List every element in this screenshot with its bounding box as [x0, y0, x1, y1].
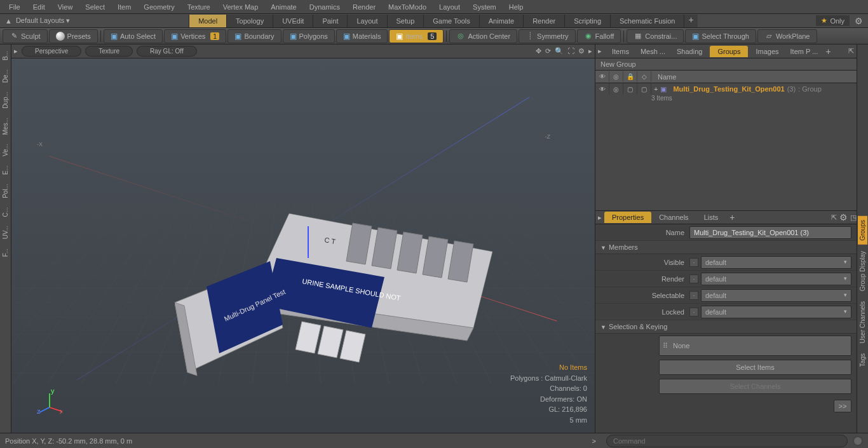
sculpt-button[interactable]: ✎Sculpt — [3, 29, 48, 43]
menu-select[interactable]: Select — [79, 1, 111, 13]
record-button[interactable] — [853, 436, 863, 446]
tab-channels[interactable]: Channels — [651, 212, 696, 223]
menu-texture[interactable]: Texture — [181, 1, 217, 13]
row-select-toggle[interactable]: ▢ — [637, 83, 651, 95]
rail-groups[interactable]: Groups — [858, 216, 867, 245]
polygons-button[interactable]: ▣Polygons — [283, 29, 335, 43]
menu-view[interactable]: View — [51, 1, 79, 13]
viewport-tab-raygl[interactable]: Ray GL: Off — [137, 46, 197, 57]
gear-icon[interactable]: ⚙ — [578, 47, 585, 55]
layout-tab-animate[interactable]: Animate — [479, 15, 523, 27]
rail-group-display[interactable]: Group Display — [858, 247, 867, 295]
rotate-icon[interactable]: ⟳ — [545, 47, 551, 55]
layout-dropdown[interactable]: Default Layouts ▾ — [16, 17, 71, 25]
materials-button[interactable]: ▣Materials — [336, 29, 388, 43]
action-center-button[interactable]: ◎Action Center — [449, 29, 517, 43]
gear-icon[interactable]: ⚙ — [839, 212, 848, 222]
expand-icon[interactable]: + — [651, 85, 660, 93]
tab-groups[interactable]: Groups — [710, 46, 748, 57]
layout-tab-topology[interactable]: Topology — [226, 15, 273, 27]
menu-file[interactable]: File — [3, 1, 27, 13]
expand-button[interactable]: >> — [834, 400, 851, 412]
layout-tab-setup[interactable]: Setup — [387, 15, 424, 27]
viewport-tab-perspective[interactable]: Perspective — [22, 46, 81, 57]
command-input[interactable] — [606, 435, 848, 447]
col-target-icon[interactable]: ◎ — [609, 71, 623, 82]
channel-box[interactable]: · — [689, 308, 698, 316]
col-select-icon[interactable]: ◇ — [637, 71, 651, 82]
menu-arrow-icon[interactable]: ▸ — [588, 47, 592, 55]
viewport-collapse-icon[interactable]: ▸ — [14, 47, 18, 55]
new-group-button[interactable]: New Group — [595, 58, 857, 71]
menu-maxtomodo[interactable]: MaxToModo — [382, 1, 433, 13]
rail-tags[interactable]: Tags — [858, 350, 867, 370]
menu-geometry[interactable]: Geometry — [137, 1, 180, 13]
restore-icon[interactable]: ⇱ — [831, 214, 837, 222]
panel-collapse-icon[interactable]: ▸ — [598, 214, 602, 222]
tab-itemp[interactable]: Item P ... — [787, 46, 822, 57]
row-visibility-toggle[interactable]: 👁 — [595, 83, 609, 95]
layout-tab-scripting[interactable]: Scripting — [564, 15, 610, 27]
menu-vertexmap[interactable]: Vertex Map — [217, 1, 265, 13]
layout-tab-model[interactable]: Model — [189, 15, 226, 27]
rail-user-channels[interactable]: User Channels — [858, 297, 867, 347]
viewport-tab-texture[interactable]: Texture — [85, 46, 133, 57]
zoom-icon[interactable]: 🔍 — [555, 47, 564, 55]
col-lock-icon[interactable]: 🔒 — [623, 71, 637, 82]
items-button[interactable]: ▣Items5 — [389, 29, 444, 43]
falloff-button[interactable]: ◉Falloff — [577, 29, 621, 43]
rail-item[interactable]: Pol... — [1, 180, 10, 202]
rail-item[interactable]: Ve... — [1, 140, 10, 160]
channel-box[interactable]: · — [689, 275, 698, 283]
row-lock-toggle[interactable]: ▢ — [623, 83, 637, 95]
tab-add[interactable]: + — [726, 212, 738, 222]
selectable-dropdown[interactable]: default▾ — [701, 289, 851, 302]
menu-item[interactable]: Item — [111, 1, 137, 13]
tab-lists[interactable]: Lists — [696, 212, 726, 223]
name-input[interactable] — [689, 226, 851, 239]
tab-items[interactable]: Items — [604, 46, 637, 57]
menu-render[interactable]: Render — [346, 1, 382, 13]
menu-help[interactable]: Help — [503, 1, 530, 13]
layout-tab-paint[interactable]: Paint — [313, 15, 347, 27]
item-name[interactable]: Multi_Drug_Testing_Kit_Open001 — [667, 85, 784, 93]
menu-dynamics[interactable]: Dynamics — [303, 1, 346, 13]
menu-system[interactable]: System — [466, 1, 503, 13]
layout-collapse-icon[interactable]: ▲ — [5, 17, 12, 25]
only-button[interactable]: ★Only — [816, 15, 850, 26]
select-channels-button[interactable]: Select Channels — [659, 379, 851, 394]
constraints-button[interactable]: ▦Constrai... — [627, 29, 684, 43]
locked-dropdown[interactable]: default▾ — [701, 306, 851, 318]
rail-item[interactable]: De... — [1, 65, 10, 86]
layout-tab-add[interactable]: + — [684, 15, 697, 27]
col-visibility-icon[interactable]: 👁 — [595, 71, 609, 82]
section-members[interactable]: ▼Members — [595, 241, 857, 254]
layout-tab-uvedit[interactable]: UVEdit — [273, 15, 313, 27]
boundary-button[interactable]: ▣Boundary — [227, 29, 281, 43]
select-items-button[interactable]: Select Items — [659, 360, 851, 375]
none-button[interactable]: ⠿None — [659, 336, 851, 356]
col-name-header[interactable]: Name — [651, 73, 676, 81]
panel-collapse-icon[interactable]: ▸ — [598, 47, 602, 55]
layout-tab-schematicfusion[interactable]: Schematic Fusion — [610, 15, 684, 27]
rail-item[interactable]: F... — [1, 245, 10, 261]
rail-item[interactable]: Mes... — [1, 114, 10, 139]
menu-edit[interactable]: Edit — [27, 1, 51, 13]
symmetry-button[interactable]: ┊Symmetry — [519, 29, 576, 43]
tab-images[interactable]: Images — [748, 46, 786, 57]
restore-icon[interactable]: ⇱ — [848, 47, 854, 55]
settings-gear-icon[interactable]: ⚙ — [855, 16, 863, 26]
channel-box[interactable]: · — [689, 291, 698, 300]
render-dropdown[interactable]: default▾ — [701, 273, 851, 285]
visible-dropdown[interactable]: default▾ — [701, 256, 851, 269]
row-target-toggle[interactable]: ◎ — [609, 83, 623, 95]
move-icon[interactable]: ✥ — [536, 47, 541, 55]
tab-properties[interactable]: Properties — [604, 212, 651, 223]
auto-select-button[interactable]: ▣Auto Select — [104, 29, 163, 43]
rail-item[interactable]: E... — [1, 161, 10, 179]
rail-item[interactable]: B... — [1, 47, 10, 64]
tree-row[interactable]: 👁 ◎ ▢ ▢ + ▣ Multi_Drug_Testing_Kit_Open0… — [595, 83, 857, 95]
tab-add[interactable]: + — [822, 46, 834, 57]
channel-box[interactable]: · — [689, 258, 698, 267]
vertices-button[interactable]: ▣Vertices1 — [164, 29, 226, 43]
